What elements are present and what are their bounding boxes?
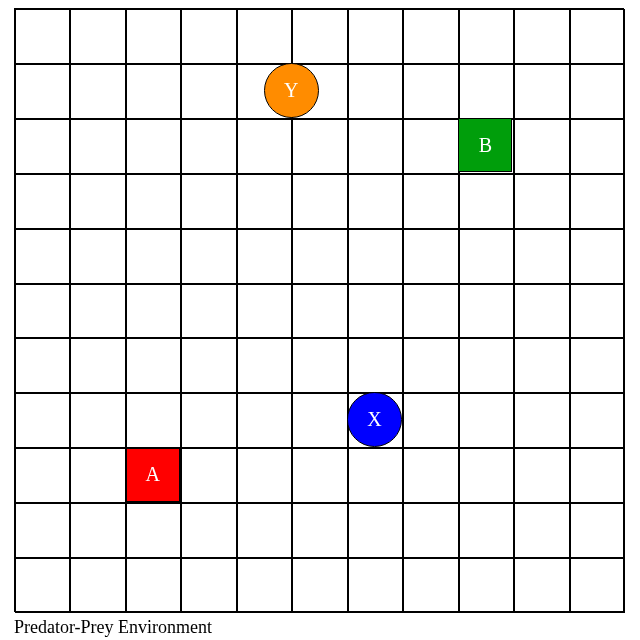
grid-cell	[237, 393, 292, 448]
grid-cell	[570, 229, 625, 284]
grid-cell	[237, 558, 292, 613]
predator-a-label: A	[145, 463, 159, 486]
grid-cell	[514, 338, 569, 393]
grid-cell	[237, 284, 292, 339]
grid-cell	[403, 229, 458, 284]
grid-cell	[15, 119, 70, 174]
grid-cell	[15, 448, 70, 503]
grid-cell	[459, 9, 514, 64]
grid-cell	[570, 338, 625, 393]
grid-cell	[237, 174, 292, 229]
grid-cell	[570, 284, 625, 339]
grid-cell	[181, 174, 236, 229]
grid-cell	[403, 119, 458, 174]
grid-cell	[15, 393, 70, 448]
grid-cell	[126, 119, 181, 174]
grid-cell	[570, 503, 625, 558]
grid-cell	[348, 174, 403, 229]
grid-cell	[403, 64, 458, 119]
grid-cell	[126, 174, 181, 229]
grid-cell	[237, 338, 292, 393]
grid-cell	[403, 448, 458, 503]
grid-cell	[570, 448, 625, 503]
grid-cell	[459, 64, 514, 119]
grid-cell	[403, 174, 458, 229]
grid-cell	[514, 393, 569, 448]
grid-cell	[15, 284, 70, 339]
grid-cell	[514, 119, 569, 174]
grid-cell	[348, 338, 403, 393]
grid-cell	[514, 229, 569, 284]
grid-cell	[292, 558, 347, 613]
grid-cell	[514, 64, 569, 119]
grid-cell	[126, 64, 181, 119]
grid-cell	[459, 448, 514, 503]
grid-cell	[403, 338, 458, 393]
grid-cell	[292, 284, 347, 339]
grid-cell	[181, 119, 236, 174]
grid-cell	[459, 558, 514, 613]
grid-cell	[292, 393, 347, 448]
grid-cell	[126, 393, 181, 448]
grid-cell	[348, 503, 403, 558]
grid-cell	[403, 503, 458, 558]
grid-cell	[70, 338, 125, 393]
grid-cell	[459, 229, 514, 284]
grid-cell	[292, 9, 347, 64]
grid-cell	[514, 174, 569, 229]
grid-cell	[292, 174, 347, 229]
grid-cell	[459, 338, 514, 393]
grid-cell	[181, 393, 236, 448]
grid-cell	[15, 64, 70, 119]
grid-cell	[237, 448, 292, 503]
grid-cell	[570, 9, 625, 64]
grid-cell	[15, 338, 70, 393]
grid-cell	[70, 119, 125, 174]
grid-cell	[514, 9, 569, 64]
grid-cell	[181, 503, 236, 558]
grid-cell	[237, 229, 292, 284]
prey-y-label: Y	[284, 79, 298, 102]
grid-cell	[348, 284, 403, 339]
grid-board	[14, 8, 624, 612]
grid-cell	[514, 448, 569, 503]
grid-cell	[181, 448, 236, 503]
grid-cell	[126, 9, 181, 64]
grid-cell	[126, 558, 181, 613]
caption: Predator-Prey Environment	[14, 617, 212, 638]
grid-cell	[70, 558, 125, 613]
grid-cell	[459, 503, 514, 558]
prey-x: X	[347, 392, 402, 447]
grid-cell	[70, 174, 125, 229]
grid-cell	[570, 64, 625, 119]
grid-cell	[181, 64, 236, 119]
grid-cell	[181, 229, 236, 284]
grid-cell	[348, 229, 403, 284]
prey-x-label: X	[367, 408, 381, 431]
grid-cell	[403, 9, 458, 64]
grid-cell	[237, 119, 292, 174]
grid-cell	[292, 119, 347, 174]
grid-cell	[292, 229, 347, 284]
grid-cell	[70, 9, 125, 64]
grid-cell	[348, 9, 403, 64]
grid-cell	[570, 558, 625, 613]
grid-cell	[459, 393, 514, 448]
grid-cell	[15, 174, 70, 229]
grid-cell	[126, 503, 181, 558]
grid-cell	[15, 9, 70, 64]
grid-cell	[181, 284, 236, 339]
predator-b: B	[458, 118, 512, 172]
grid-cell	[70, 284, 125, 339]
grid-cell	[15, 503, 70, 558]
grid-cell	[15, 558, 70, 613]
predator-b-label: B	[479, 134, 492, 157]
grid-cell	[70, 229, 125, 284]
grid-cell	[570, 393, 625, 448]
caption-text: Predator-Prey Environment	[14, 617, 212, 637]
grid-cell	[181, 558, 236, 613]
grid-cell	[292, 448, 347, 503]
grid-cell	[403, 393, 458, 448]
grid-cell	[126, 284, 181, 339]
prey-y: Y	[264, 63, 319, 118]
